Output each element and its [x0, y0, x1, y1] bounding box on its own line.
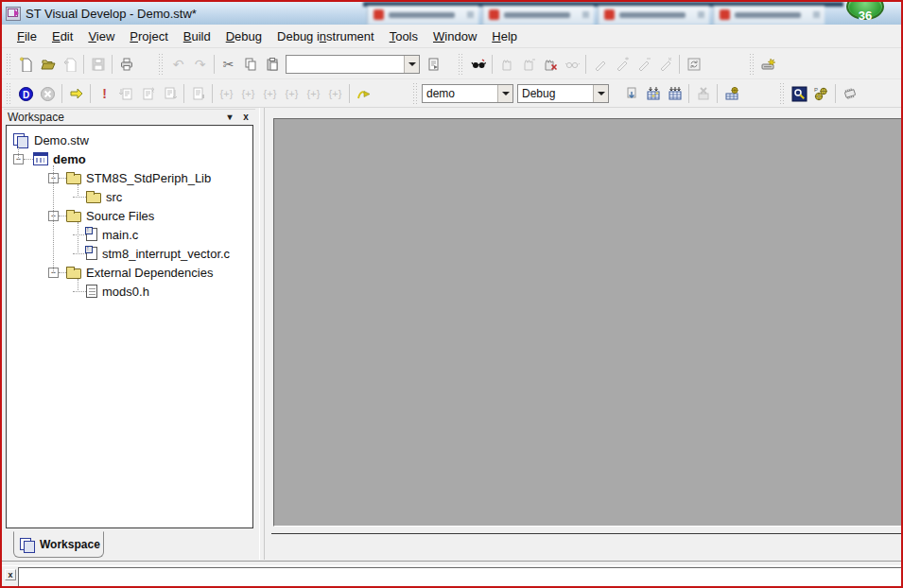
open-file-icon[interactable] [37, 54, 59, 75]
rebuild-all-icon[interactable] [664, 83, 686, 104]
title-bar[interactable]: ST Visual Develop - Demo.stw* 36 [2, 2, 901, 25]
panel-close-icon[interactable]: x [239, 111, 252, 123]
toggle-bookmark-icon[interactable] [589, 54, 611, 75]
step-out-icon[interactable]: {+} [303, 83, 324, 104]
toolbar-separator [717, 84, 718, 103]
chevron-down-icon[interactable] [404, 56, 419, 73]
output-close-icon[interactable]: x [5, 569, 16, 580]
prev-bookmark-icon[interactable] [633, 54, 654, 75]
workspace-icon [13, 133, 29, 147]
step-source-over-icon[interactable] [137, 83, 159, 104]
next-bookmark-icon[interactable] [611, 54, 633, 75]
build-icon[interactable] [642, 83, 664, 104]
tree-item-stdperiph-lib[interactable]: − STM8S_StdPeriph_Lib [7, 168, 252, 187]
show-pc-icon[interactable] [187, 83, 209, 104]
print-icon[interactable] [115, 54, 137, 75]
save-icon[interactable] [87, 54, 109, 75]
drag-watch-hand-icon[interactable] [517, 54, 539, 75]
build-settings-icon[interactable] [721, 83, 742, 104]
close-file-icon[interactable] [59, 54, 80, 75]
mcu-configuration-icon[interactable]: P [810, 83, 832, 104]
workspace-panel-header[interactable]: Workspace ▾ x [4, 109, 255, 124]
tree-item-external-dependencies[interactable]: − External Dependencies [7, 263, 252, 282]
toolbar-grip[interactable] [6, 83, 12, 104]
undo-icon[interactable]: ↶ [167, 54, 189, 75]
output-area[interactable] [18, 567, 901, 586]
step-over-asm-icon[interactable]: {+} [281, 83, 303, 104]
app-icon [6, 7, 21, 21]
refresh-icon[interactable] [683, 54, 704, 75]
debug-instrument-settings-icon[interactable] [789, 83, 810, 104]
workspace-panel-title: Workspace [4, 111, 223, 124]
panel-splitter[interactable] [259, 108, 265, 560]
remove-watch-hand-icon[interactable] [539, 54, 561, 75]
menu-debug[interactable]: Debug [218, 26, 269, 46]
menu-edit[interactable]: Edit [44, 26, 80, 46]
tree-item-main-c[interactable]: main.c [7, 225, 252, 244]
toolbar-separator [214, 55, 215, 74]
workspace-tab[interactable]: Workspace [13, 531, 104, 558]
tree-item-project[interactable]: − demo [7, 149, 252, 168]
toolbar-separator [585, 55, 586, 74]
tree-item-src[interactable]: src [7, 187, 252, 206]
toolbar-grip[interactable] [779, 83, 786, 104]
menu-help[interactable]: Help [484, 26, 525, 46]
cut-icon[interactable]: ✂ [217, 54, 239, 75]
project-combobox[interactable]: demo [422, 84, 513, 103]
menu-window[interactable]: Window [425, 26, 484, 46]
menu-view[interactable]: View [80, 26, 122, 46]
menu-build[interactable]: Build [176, 26, 218, 46]
goto-pc-icon[interactable] [353, 83, 374, 104]
toolbar-grip[interactable] [458, 54, 464, 75]
paste-icon[interactable] [261, 54, 283, 75]
step-source-out-icon[interactable] [159, 83, 181, 104]
toolbar-separator [212, 84, 213, 103]
find-next-icon[interactable] [423, 54, 444, 75]
find-in-files-icon[interactable] [467, 54, 489, 75]
tree-item-mods0-h[interactable]: mods0.h [7, 282, 252, 301]
view-watch-glasses-icon[interactable] [561, 54, 582, 75]
toolbar-grip[interactable] [158, 54, 165, 75]
step-into-asm-icon[interactable]: {+} [259, 83, 281, 104]
step-into-icon[interactable]: {+} [216, 83, 237, 104]
emulator-icon[interactable] [758, 54, 780, 75]
toolbar-grip[interactable] [412, 83, 419, 104]
toolbar-grip[interactable] [749, 54, 755, 75]
menu-tools[interactable]: Tools [382, 26, 425, 46]
run-to-cursor-icon[interactable]: {+} [324, 83, 346, 104]
chevron-down-icon[interactable] [593, 85, 608, 102]
new-file-icon[interactable] [15, 54, 37, 75]
start-debug-icon[interactable]: D [15, 83, 37, 104]
tree-item-interrupt-vector-c[interactable]: stm8_interrupt_vector.c [7, 244, 252, 263]
select-mcu-chip-icon[interactable] [839, 83, 860, 104]
tree-item-source-files[interactable]: − Source Files [7, 206, 252, 225]
step-over-icon[interactable]: {+} [237, 83, 259, 104]
toolbar-separator [679, 55, 680, 74]
menu-project[interactable]: Project [122, 26, 175, 46]
window-title: ST Visual Develop - Demo.stw* [26, 7, 197, 21]
menu-file[interactable]: File [9, 26, 44, 46]
document-area[interactable] [273, 118, 901, 527]
add-watch-hand-icon[interactable] [495, 54, 517, 75]
countdown-badge: 36 [846, 2, 884, 20]
reset-icon[interactable]: ! [94, 83, 115, 104]
clear-bookmarks-icon[interactable] [654, 54, 676, 75]
stop-build-icon[interactable] [692, 83, 714, 104]
tree-connector [78, 184, 78, 198]
redo-icon[interactable]: ↷ [189, 54, 211, 75]
folder-icon [66, 268, 81, 279]
stop-debug-icon[interactable] [37, 83, 59, 104]
toolbar-separator [83, 55, 84, 74]
c-file-icon [86, 228, 97, 241]
step-source-into-icon[interactable] [115, 83, 137, 104]
panel-collapse-icon[interactable]: ▾ [223, 111, 236, 123]
toolbar-grip[interactable] [6, 54, 12, 75]
chevron-down-icon[interactable] [497, 85, 512, 102]
compile-icon[interactable] [620, 83, 642, 104]
tree-item-workspace-root[interactable]: Demo.stw [7, 130, 252, 149]
menu-debug-instrument[interactable]: Debug instrument [269, 26, 382, 46]
configuration-combobox[interactable]: Debug [517, 84, 609, 103]
find-text-combobox[interactable] [286, 55, 420, 74]
continue-icon[interactable] [65, 83, 87, 104]
copy-icon[interactable] [239, 54, 261, 75]
